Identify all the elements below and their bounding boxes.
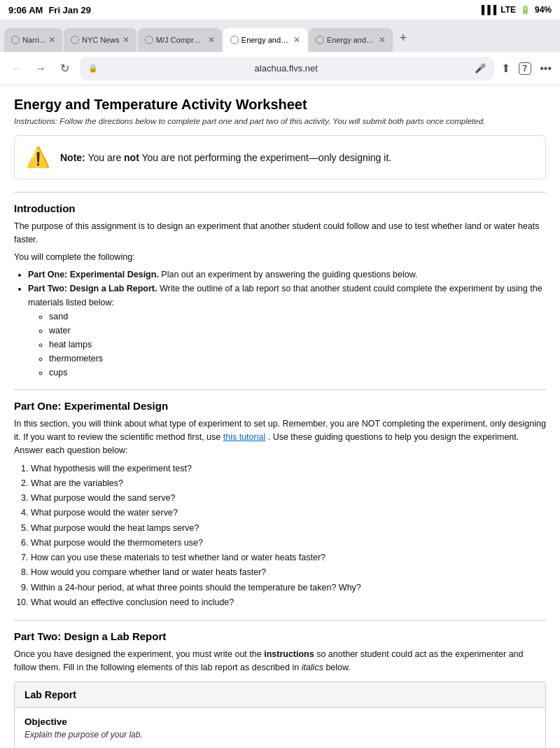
- note-label: Note:: [60, 152, 85, 163]
- instructions-text: Instructions: Follow the directions belo…: [14, 117, 546, 125]
- material-water: water: [49, 324, 546, 338]
- mic-icon[interactable]: 🎤: [475, 63, 486, 74]
- part-two-italics: italics: [302, 663, 323, 672]
- back-button[interactable]: ←: [8, 62, 25, 75]
- bullet-part-one-label: Part One: Experimental Design.: [28, 270, 159, 279]
- tab-energy-2-close[interactable]: ✕: [379, 35, 386, 45]
- bullet-part-one-text: Plan out an experiment by answering the …: [161, 270, 417, 279]
- divider-2: [14, 389, 546, 390]
- tab-nyc-close[interactable]: ✕: [122, 35, 130, 45]
- tab-globe-icon-4: [230, 36, 239, 44]
- question-5: What purpose would the heat lamps serve?: [31, 521, 546, 536]
- url-text: alachua.flvs.net: [102, 63, 470, 74]
- tab-narri-label: Narri...: [22, 36, 46, 44]
- introduction-section: Introduction The purpose of this assignm…: [14, 202, 546, 380]
- note-box: ⚠️ Note: You are not You are not perform…: [14, 135, 546, 179]
- tab-narri-close[interactable]: ✕: [48, 35, 55, 45]
- bullet-part-two-label: Part Two: Design a Lab Report.: [28, 284, 158, 293]
- question-8: How would you compare whether land or wa…: [31, 565, 546, 580]
- objective-desc: Explain the purpose of your lab.: [24, 730, 536, 740]
- tab-mj-close[interactable]: ✕: [208, 35, 215, 45]
- question-4: What purpose would the water serve?: [31, 506, 546, 520]
- bullet-part-two: Part Two: Design a Lab Report. Write the…: [28, 282, 546, 380]
- bullet-part-one: Part One: Experimental Design. Plan out …: [28, 268, 546, 282]
- page-content: Energy and Temperature Activity Workshee…: [0, 85, 560, 748]
- status-day: Fri Jan 29: [48, 5, 91, 15]
- forward-button[interactable]: →: [32, 62, 49, 75]
- intro-para2: You will complete the following:: [14, 251, 546, 264]
- address-bar: ← → ↻ 🔒 alachua.flvs.net 🎤 ⬆ 7 •••: [0, 52, 560, 85]
- battery-icon: 🔋: [520, 5, 531, 15]
- intro-title: Introduction: [14, 202, 546, 214]
- address-actions: ⬆ 7 •••: [501, 62, 552, 75]
- page-title: Energy and Temperature Activity Workshee…: [14, 97, 546, 113]
- intro-para1: The purpose of this assignment is to des…: [14, 220, 546, 247]
- status-time: 9:06 AM: [8, 5, 43, 15]
- divider-3: [14, 620, 546, 621]
- tab-globe-icon: [11, 36, 20, 44]
- note-body: You are not You are not performing the e…: [88, 152, 391, 163]
- lab-objective-section: Objective Explain the purpose of your la…: [15, 708, 545, 749]
- intro-bullets: Part One: Experimental Design. Plan out …: [28, 268, 546, 380]
- tab-nyc[interactable]: NYC News ✕: [64, 28, 136, 52]
- tab-energy-active-label: Energy and Te...: [241, 36, 290, 44]
- question-7: How can you use these materials to test …: [31, 550, 546, 565]
- tab-mj[interactable]: M/J Comprehe... ✕: [138, 28, 222, 52]
- new-tab-button[interactable]: +: [394, 28, 413, 48]
- materials-list: sand water heat lamps thermometers cups: [49, 310, 546, 380]
- tab-energy-active[interactable]: Energy and Te... ✕: [223, 28, 307, 52]
- tab-nyc-label: NYC News: [82, 36, 120, 44]
- more-icon[interactable]: •••: [540, 62, 552, 75]
- tab-mj-label: M/J Comprehe...: [156, 36, 205, 44]
- material-cups: cups: [49, 366, 546, 380]
- note-content: Note: You are not You are not performing…: [60, 152, 391, 163]
- tab-globe-icon-5: [316, 36, 324, 44]
- tab-energy-active-close[interactable]: ✕: [293, 35, 300, 45]
- part-two-intro: Once you have designed the experiment, y…: [14, 648, 546, 674]
- share-icon[interactable]: ⬆: [501, 62, 510, 75]
- tab-energy-2-label: Energy and Te...: [327, 36, 376, 44]
- question-2: What are the variables?: [31, 476, 546, 491]
- material-thermometers: thermometers: [49, 352, 546, 366]
- tutorial-link[interactable]: this tutorial: [223, 432, 265, 442]
- part-one-intro: In this section, you will think about wh…: [14, 417, 546, 457]
- note-not: not: [124, 152, 139, 163]
- question-3: What purpose would the sand serve?: [31, 491, 546, 506]
- divider-1: [14, 192, 546, 193]
- objective-title: Objective: [24, 716, 536, 727]
- tab-count-badge[interactable]: 7: [519, 62, 532, 75]
- url-bar[interactable]: 🔒 alachua.flvs.net 🎤: [80, 57, 494, 81]
- part-two-title: Part Two: Design a Lab Report: [14, 630, 546, 642]
- part-two-instructions-bold: instructions: [264, 649, 314, 659]
- guiding-questions: What hypothesis will the experiment test…: [31, 462, 546, 611]
- question-1: What hypothesis will the experiment test…: [31, 462, 546, 476]
- question-9: Within a 24-hour period, at what three p…: [31, 581, 546, 595]
- tab-globe-icon-3: [145, 36, 153, 44]
- material-sand: sand: [49, 310, 546, 324]
- warning-icon: ⚠️: [26, 146, 50, 169]
- tab-narri[interactable]: Narri... ✕: [4, 28, 62, 52]
- lte-label: LTE: [500, 5, 516, 15]
- question-6: What purpose would the thermometers use?: [31, 536, 546, 550]
- tab-energy-2[interactable]: Energy and Te... ✕: [309, 28, 393, 52]
- tab-globe-icon-2: [71, 36, 79, 44]
- material-heat-lamps: heat lamps: [49, 338, 546, 352]
- lab-report-header: Lab Report: [15, 682, 545, 708]
- part-one-section: Part One: Experimental Design In this se…: [14, 400, 546, 610]
- lab-report-box: Lab Report Objective Explain the purpose…: [14, 681, 546, 749]
- battery-level: 94%: [535, 5, 552, 15]
- signal-icon: ▐▐▐: [479, 5, 497, 15]
- status-bar: 9:06 AM Fri Jan 29 ▐▐▐ LTE 🔋 94%: [0, 0, 560, 20]
- part-two-section: Part Two: Design a Lab Report Once you h…: [14, 630, 546, 748]
- question-10: What would an effective conclusion need …: [31, 595, 546, 610]
- reload-button[interactable]: ↻: [56, 62, 73, 75]
- tab-bar: Narri... ✕ NYC News ✕ M/J Comprehe... ✕ …: [0, 20, 560, 52]
- lock-icon: 🔒: [88, 64, 98, 73]
- part-one-title: Part One: Experimental Design: [14, 400, 546, 412]
